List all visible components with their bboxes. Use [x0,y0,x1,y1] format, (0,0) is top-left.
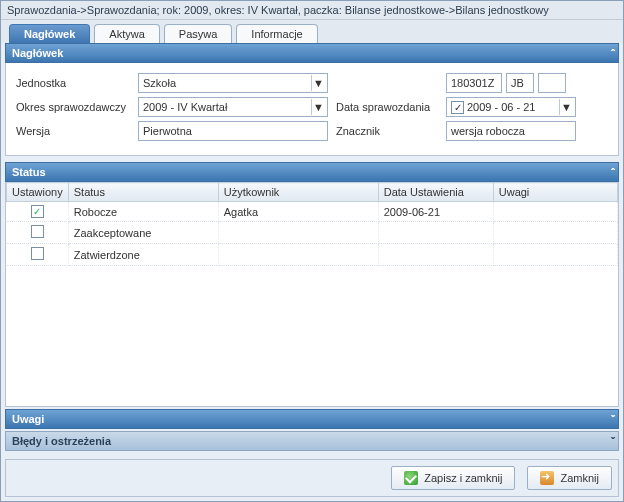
status-grid[interactable]: Ustawiony Status Użytkownik Data Ustawie… [5,182,619,407]
section-header-uwagi[interactable]: Uwagi [5,409,619,429]
field-znacznik[interactable]: wersja robocza [446,121,576,141]
cell-status: Robocze [68,202,218,222]
field-wersja[interactable]: Pierwotna [138,121,328,141]
tab-strip: Nagłówek Aktywa Pasywa Informacje [1,20,623,43]
section-title: Nagłówek [12,47,63,59]
content-area: Nagłówek Jednostka Szkoła ▼ 180301Z JB O… [1,43,623,455]
cell-user [218,244,378,266]
button-bar: Zapisz i zamknij Zamknij [5,459,619,497]
section-header-naglowek[interactable]: Nagłówek [5,43,619,63]
combo-okres[interactable]: 2009 - IV Kwartał ▼ [138,97,328,117]
field-jednostka-code[interactable]: 180301Z [446,73,502,93]
cell-user: Agatka [218,202,378,222]
chevron-down-icon: ▼ [311,75,325,91]
table-row[interactable]: Zatwierdzone [7,244,618,266]
cell-uwagi [493,244,617,266]
table-row[interactable]: Zaakceptowane [7,222,618,244]
table-header-row: Ustawiony Status Użytkownik Data Ustawie… [7,183,618,202]
save-icon [404,471,418,485]
chevron-up-icon [611,167,612,178]
cell-status: Zatwierdzone [68,244,218,266]
col-uzytkownik[interactable]: Użytkownik [218,183,378,202]
col-data[interactable]: Data Ustawienia [378,183,493,202]
tab-naglowek[interactable]: Nagłówek [9,24,90,43]
section-title: Błędy i ostrzeżenia [12,435,111,447]
tab-informacje[interactable]: Informacje [236,24,317,43]
save-close-button[interactable]: Zapisz i zamknij [391,466,515,490]
row-checkbox[interactable]: ✓ [31,205,44,218]
col-status[interactable]: Status [68,183,218,202]
date-enabled-checkbox[interactable]: ✓ [451,101,464,114]
field-jednostka-short[interactable]: JB [506,73,534,93]
cell-date [378,222,493,244]
cell-uwagi [493,222,617,244]
table-row[interactable]: ✓ Robocze Agatka 2009-06-21 [7,202,618,222]
col-uwagi[interactable]: Uwagi [493,183,617,202]
cell-date [378,244,493,266]
close-icon [540,471,554,485]
cell-date: 2009-06-21 [378,202,493,222]
cell-uwagi [493,202,617,222]
cell-user [218,222,378,244]
col-ustawiony[interactable]: Ustawiony [7,183,69,202]
row-checkbox[interactable] [31,225,44,238]
status-panel: Status Ustawiony Status Użytkownik Data … [5,162,619,407]
cell-status: Zaakceptowane [68,222,218,244]
tab-pasywa[interactable]: Pasywa [164,24,233,43]
form-panel: Jednostka Szkoła ▼ 180301Z JB Okres spra… [5,63,619,156]
window-title: Sprawozdania->Sprawozdania; rok: 2009, o… [1,1,623,20]
date-picker-data[interactable]: ✓ 2009 - 06 - 21 ▼ [446,97,576,117]
chevron-down-icon: ▼ [559,99,573,115]
label-jednostka: Jednostka [14,77,134,89]
label-wersja: Wersja [14,125,134,137]
chevron-down-icon: ▼ [311,99,325,115]
window: Sprawozdania->Sprawozdania; rok: 2009, o… [0,0,624,502]
chevron-up-icon [611,48,612,59]
section-header-bledy[interactable]: Błędy i ostrzeżenia [5,431,619,451]
chevron-down-icon [611,436,612,447]
section-title: Uwagi [12,413,44,425]
chevron-down-icon [611,414,612,425]
section-title: Status [12,166,46,178]
close-button[interactable]: Zamknij [527,466,612,490]
label-data: Data sprawozdania [332,101,442,113]
row-checkbox[interactable] [31,247,44,260]
label-okres: Okres sprawozdawczy [14,101,134,113]
combo-jednostka[interactable]: Szkoła ▼ [138,73,328,93]
section-header-status[interactable]: Status [5,162,619,182]
field-jednostka-blank[interactable] [538,73,566,93]
tab-aktywa[interactable]: Aktywa [94,24,159,43]
label-znacznik: Znacznik [332,125,442,137]
